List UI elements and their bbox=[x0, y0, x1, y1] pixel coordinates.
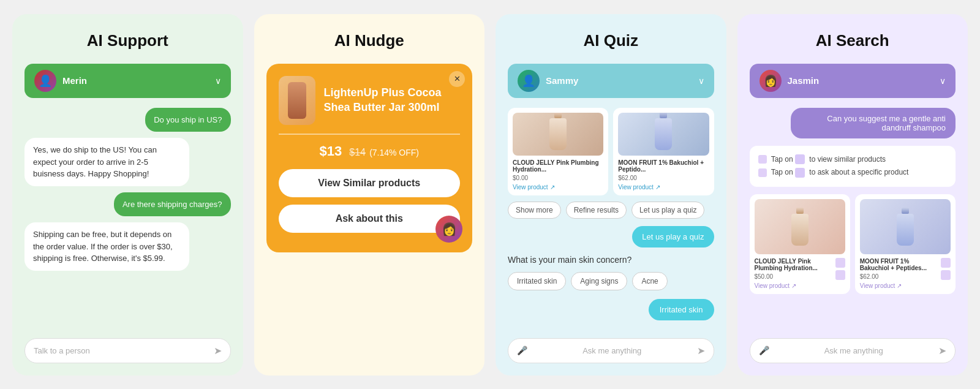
nudge-price: $13 $14 (7.14% OFF) bbox=[279, 143, 461, 159]
search-title: AI Search bbox=[750, 31, 956, 50]
product-icon bbox=[795, 168, 805, 178]
search-instruction-1: Tap on to view similar products bbox=[758, 153, 948, 167]
ai-nudge-card: AI Nudge ✕ LightenUp Plus Cocoa Shea But… bbox=[254, 14, 485, 376]
ai-quiz-card: AI Quiz 👤 Sammy ∨ bbox=[496, 14, 726, 376]
nudge-corner-avatar: 👩 bbox=[435, 216, 462, 243]
quiz-options: Irritated skin Aging signs Acne bbox=[508, 272, 714, 290]
quiz-action-bar: Show more Refine results Let us play a q… bbox=[508, 202, 714, 219]
search-product-1-price: $50.00 bbox=[755, 273, 833, 280]
mic-icon: 🎤 bbox=[517, 346, 527, 355]
support-msg-3: Are there shipping charges? bbox=[114, 192, 231, 217]
ask-about-button[interactable]: Ask about this bbox=[279, 205, 461, 233]
nudge-close-button[interactable]: ✕ bbox=[449, 71, 465, 87]
support-agent-name: Merin bbox=[62, 75, 87, 86]
quiz-question: What is your main skin concern? bbox=[508, 255, 714, 265]
quiz-agent-name: Sammy bbox=[546, 75, 578, 86]
image-icon bbox=[758, 168, 767, 177]
support-title: AI Support bbox=[24, 31, 231, 50]
ai-search-card: AI Search 👩 Jasmin ∨ Can you suggest me … bbox=[737, 14, 968, 376]
quiz-chat-body: CLOUD JELLY Pink Plumbing Hydration... $… bbox=[508, 108, 714, 363]
quiz-chevron-icon[interactable]: ∨ bbox=[698, 76, 704, 86]
similar-icon bbox=[795, 154, 805, 164]
send-icon[interactable]: ➤ bbox=[214, 345, 222, 357]
quiz-option-2[interactable]: Aging signs bbox=[571, 272, 627, 290]
search-product-2-img bbox=[860, 199, 951, 254]
search-product-2-price: $62.00 bbox=[860, 273, 938, 280]
support-input-bar[interactable]: Talk to a person ➤ bbox=[24, 338, 231, 363]
product-grid-icon-2[interactable] bbox=[941, 258, 951, 268]
bottle-body-2 bbox=[655, 118, 672, 150]
search-mic-icon: 🎤 bbox=[759, 346, 769, 355]
nudge-product-info: LightenUp Plus Cocoa Shea Butter Jar 300… bbox=[279, 76, 461, 125]
search-product-1: CLOUD JELLY Pink Plumbing Hydration... $… bbox=[750, 194, 850, 294]
search-product-1-link[interactable]: View product ↗ bbox=[755, 282, 833, 289]
search-chat-header: 👩 Jasmin ∨ bbox=[750, 64, 956, 98]
nudge-divider bbox=[279, 134, 461, 135]
quiz-send-icon[interactable]: ➤ bbox=[697, 345, 705, 357]
quiz-input-bar[interactable]: 🎤 Ask me anything ➤ bbox=[508, 338, 714, 363]
quiz-product-2-link[interactable]: View product ↗ bbox=[618, 184, 709, 191]
quiz-product-2-price: $62.00 bbox=[618, 175, 709, 181]
quiz-header-left: 👤 Sammy bbox=[518, 70, 578, 92]
search-input-bar[interactable]: 🎤 Ask me anything ➤ bbox=[750, 338, 956, 363]
search-chat-body: Can you suggest me a gentle anti dandruf… bbox=[750, 108, 956, 363]
quiz-input-placeholder: Ask me anything bbox=[527, 346, 697, 355]
refine-results-button[interactable]: Refine results bbox=[566, 202, 627, 219]
product-img-icon-2[interactable] bbox=[941, 270, 951, 280]
grid-icon bbox=[758, 155, 767, 164]
nudge-product-image bbox=[279, 76, 315, 125]
quiz-product-1-img bbox=[513, 113, 603, 156]
nudge-product-bottle bbox=[288, 82, 306, 119]
quiz-title: AI Quiz bbox=[508, 31, 714, 50]
quiz-product-1-name: CLOUD JELLY Pink Plumbing Hydration... bbox=[513, 159, 603, 173]
search-instruction-text-3: Tap on bbox=[771, 168, 795, 176]
support-msg-4: Shipping can be free, but it depends on … bbox=[24, 222, 189, 271]
support-header-left: 👤 Merin bbox=[34, 70, 87, 92]
search-product-1-img bbox=[755, 199, 845, 254]
quiz-product-2-name: MOON FRUIT 1% Bakuchiol + Peptido... bbox=[618, 159, 709, 173]
search-avatar: 👩 bbox=[760, 70, 782, 92]
quiz-product-1: CLOUD JELLY Pink Plumbing Hydration... $… bbox=[508, 108, 608, 195]
nudge-original-price: $14 bbox=[349, 147, 366, 157]
nudge-discount: (7.14% OFF) bbox=[369, 148, 419, 157]
nudge-product-name: LightenUp Plus Cocoa Shea Butter Jar 300… bbox=[324, 86, 461, 115]
search-chevron-icon[interactable]: ∨ bbox=[940, 76, 946, 86]
support-chat-body: Do you ship in US? Yes, we do ship to th… bbox=[24, 108, 231, 363]
bottle-neck-1 bbox=[554, 113, 562, 118]
quiz-chat-header: 👤 Sammy ∨ bbox=[508, 64, 714, 98]
quiz-option-3[interactable]: Acne bbox=[632, 272, 667, 290]
quiz-products: CLOUD JELLY Pink Plumbing Hydration... $… bbox=[508, 108, 714, 195]
search-product-2-link[interactable]: View product ↗ bbox=[860, 282, 938, 289]
cards-container: AI Support 👤 Merin ∨ Do you ship in US? … bbox=[12, 14, 968, 376]
nudge-product-card: ✕ LightenUp Plus Cocoa Shea Butter Jar 3… bbox=[266, 64, 473, 252]
search-send-icon[interactable]: ➤ bbox=[938, 345, 946, 357]
quiz-option-1[interactable]: Irritated skin bbox=[508, 272, 566, 290]
show-more-button[interactable]: Show more bbox=[508, 202, 561, 219]
search-header-left: 👩 Jasmin bbox=[760, 70, 820, 92]
bottle-neck-2 bbox=[660, 113, 667, 118]
search-instruction-text-2: to view similar products bbox=[809, 155, 886, 164]
play-quiz-button-1[interactable]: Let us play a quiz bbox=[631, 202, 704, 219]
search-instruction-2: Tap on to ask about a specific product bbox=[758, 166, 948, 179]
search-input-placeholder: Ask me anything bbox=[769, 346, 939, 355]
search-instruction-text-1: Tap on bbox=[771, 155, 795, 164]
quiz-product-2: MOON FRUIT 1% Bakuchiol + Peptido... $62… bbox=[613, 108, 714, 195]
search-instructions: Tap on to view similar products Tap on t… bbox=[750, 146, 956, 187]
quiz-avatar: 👤 bbox=[518, 70, 540, 92]
quiz-msg-play: Let us play a quiz bbox=[632, 226, 714, 247]
support-avatar: 👤 bbox=[34, 70, 56, 92]
product-img-icon[interactable] bbox=[835, 270, 845, 280]
support-chevron-icon[interactable]: ∨ bbox=[215, 76, 221, 86]
search-product-2: MOON FRUIT 1% Bakuchiol + Peptides... $6… bbox=[855, 194, 956, 294]
bottle-body-1 bbox=[549, 118, 567, 150]
quiz-product-1-link[interactable]: View product ↗ bbox=[513, 184, 603, 191]
view-similar-button[interactable]: View Similar products bbox=[279, 169, 461, 197]
search-products: CLOUD JELLY Pink Plumbing Hydration... $… bbox=[750, 194, 956, 294]
support-input-placeholder: Talk to a person bbox=[34, 346, 90, 355]
product-grid-icon[interactable] bbox=[835, 258, 845, 268]
search-instruction-text-4: to ask about a specific product bbox=[809, 168, 908, 176]
support-chat-header: 👤 Merin ∨ bbox=[24, 64, 231, 98]
support-msg-1: Do you ship in US? bbox=[145, 108, 230, 132]
search-agent-name: Jasmin bbox=[788, 75, 820, 86]
search-product-2-name: MOON FRUIT 1% Bakuchiol + Peptides... bbox=[860, 258, 938, 271]
